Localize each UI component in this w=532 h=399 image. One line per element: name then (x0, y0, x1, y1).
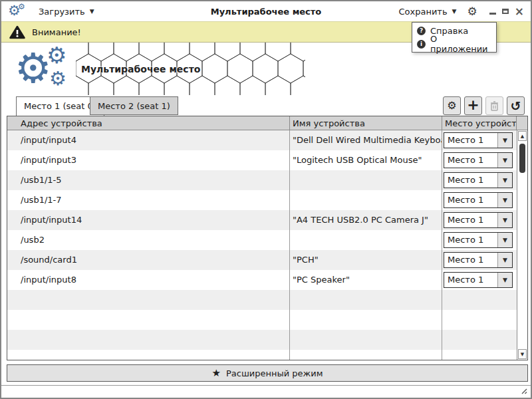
cell-device-address: /input/input14 (7, 210, 290, 230)
seat-select[interactable]: Место 1 ▼ (444, 272, 513, 288)
cell-device-name: "Dell Dell Wired Multimedia Keyboard" (290, 130, 442, 150)
seat-select-value: Место 1 (444, 253, 497, 267)
cell-device-seat (442, 310, 517, 330)
app-logo-large: ⚙ ⚙ ⚙ (15, 44, 68, 94)
seat-select-value: Место 1 (444, 273, 497, 287)
cell-device-address: /sound/card1 (7, 250, 290, 270)
tab-seat-1[interactable]: Место 2 (seat 1) (90, 96, 178, 115)
delete-seat-button[interactable] (485, 96, 503, 115)
cell-device-seat (442, 330, 517, 350)
device-table: Адрес устройства Имя устройства Место ус… (7, 116, 528, 360)
maximize-icon[interactable] (502, 9, 509, 14)
seat-select[interactable]: Место 1 ▼ (444, 252, 513, 268)
reset-button[interactable]: ↺ (507, 96, 525, 115)
gear-icon: ⚙ (49, 69, 66, 88)
column-header-address: Адрес устройства (7, 116, 290, 130)
table-row[interactable]: /input/input4 "Dell Dell Wired Multimedi… (7, 130, 517, 150)
column-header-stub (517, 116, 527, 130)
scroll-down-button[interactable]: ▼ (518, 349, 527, 359)
cell-device-name (290, 290, 442, 310)
settings-gear-icon[interactable]: ⚙ (467, 6, 477, 17)
vertical-scrollbar[interactable]: ▲ ▼ (517, 130, 527, 360)
chevron-down-icon: ▼ (497, 193, 512, 207)
seat-select[interactable]: Место 1 ▼ (444, 232, 513, 248)
cell-device-seat: Место 1 ▼ (442, 210, 517, 230)
load-menu-button[interactable]: Загрузить ▼ (39, 7, 94, 17)
table-row[interactable]: /input/input3 "Logitech USB Optical Mous… (7, 150, 517, 170)
star-icon: ★ (211, 368, 220, 378)
seat-select-value: Место 1 (444, 153, 497, 168)
cell-device-name (290, 350, 442, 360)
cell-device-name (290, 170, 442, 190)
seat-select[interactable]: Место 1 ▼ (444, 152, 513, 168)
cell-device-name (290, 190, 442, 210)
warning-triangle-icon (9, 25, 25, 39)
save-menu-button[interactable]: Сохранить ▼ (398, 7, 456, 17)
table-body-wrap: /input/input4 "Dell Dell Wired Multimedi… (7, 130, 527, 360)
table-row[interactable] (7, 350, 517, 360)
cell-device-seat: Место 1 ▼ (442, 250, 517, 270)
chevron-down-icon: ▼ (497, 133, 512, 148)
table-row[interactable] (7, 310, 517, 330)
cell-device-address: /usb2 (7, 230, 290, 250)
column-header-seat: Место устройства (442, 116, 517, 130)
table-row[interactable]: /input/input14 "A4 TECH USB2.0 PC Camera… (7, 210, 517, 230)
menu-item-label: О приложении (430, 34, 496, 54)
chevron-down-icon: ▼ (497, 173, 512, 188)
seat-select[interactable]: Место 1 ▼ (444, 132, 513, 148)
table-row[interactable]: /usb2 Место 1 ▼ (7, 230, 517, 250)
advanced-mode-button[interactable]: ★ Расширенный режим (7, 364, 528, 382)
cell-device-seat: Место 1 ▼ (442, 190, 517, 210)
add-seat-button[interactable]: + (464, 96, 482, 115)
close-icon[interactable]: × (515, 6, 524, 17)
configure-button[interactable]: ⚙ (443, 96, 461, 115)
table-row[interactable]: /usb1/1-7 Место 1 ▼ (7, 190, 517, 210)
seat-select-value: Место 1 (444, 193, 497, 207)
statusbar-divider (1, 385, 531, 386)
app-title: Мультирабочее место (81, 64, 200, 74)
resize-grip-icon[interactable] (519, 386, 527, 394)
seat-select-value: Место 1 (444, 233, 497, 247)
seat-select[interactable]: Место 1 ▼ (444, 172, 513, 188)
seat-select[interactable]: Место 1 ▼ (444, 212, 513, 228)
cell-device-seat (442, 290, 517, 310)
scroll-down-icon: ▼ (521, 352, 524, 357)
scrollbar-thumb[interactable] (519, 144, 525, 173)
tab-label: Место 1 (seat 0) (24, 101, 96, 111)
cell-device-seat: Место 1 ▼ (442, 270, 517, 290)
table-row[interactable] (7, 330, 517, 350)
scroll-up-icon: ▲ (521, 134, 524, 139)
cell-device-address (7, 350, 290, 360)
advanced-mode-label: Расширенный режим (226, 368, 323, 378)
menu-item-about[interactable]: i О приложении (412, 37, 496, 51)
minimize-icon[interactable] (489, 13, 496, 15)
cell-device-name (290, 330, 442, 350)
table-row[interactable]: /sound/card1 "PCH" Место 1 ▼ (7, 250, 517, 270)
seat-select-value: Место 1 (444, 213, 497, 227)
cell-device-name: "Logitech USB Optical Mouse" (290, 150, 442, 170)
load-menu-label: Загрузить (39, 7, 85, 17)
cell-device-address (7, 290, 290, 310)
gear-icon: ⚙ (47, 44, 66, 66)
table-row[interactable] (7, 290, 517, 310)
trash-icon (490, 101, 499, 111)
chevron-down-icon: ▼ (497, 213, 512, 227)
cell-device-seat: Место 1 ▼ (442, 130, 517, 150)
cell-device-seat: Место 1 ▼ (442, 170, 517, 190)
titlebar-right: Сохранить ▼ ⚙ × (398, 6, 524, 17)
cell-device-address (7, 330, 290, 350)
chevron-down-icon: ▼ (452, 8, 457, 15)
table-row[interactable]: /input/input8 "PC Speaker" Место 1 ▼ (7, 270, 517, 290)
cell-device-address: /usb1/1-5 (7, 170, 290, 190)
table-row[interactable]: /usb1/1-5 Место 1 ▼ (7, 170, 517, 190)
column-header-name: Имя устройства (290, 116, 442, 130)
chevron-down-icon: ▼ (497, 153, 512, 168)
seat-select[interactable]: Место 1 ▼ (444, 192, 513, 208)
save-menu-label: Сохранить (398, 7, 447, 17)
tab-label: Место 2 (seat 1) (98, 101, 170, 111)
chevron-down-icon: ▼ (497, 253, 512, 267)
window-controls: × (489, 6, 524, 17)
undo-icon: ↺ (511, 100, 521, 112)
scroll-up-button[interactable]: ▲ (518, 131, 527, 141)
gear-icon: ⚙ (447, 100, 456, 111)
